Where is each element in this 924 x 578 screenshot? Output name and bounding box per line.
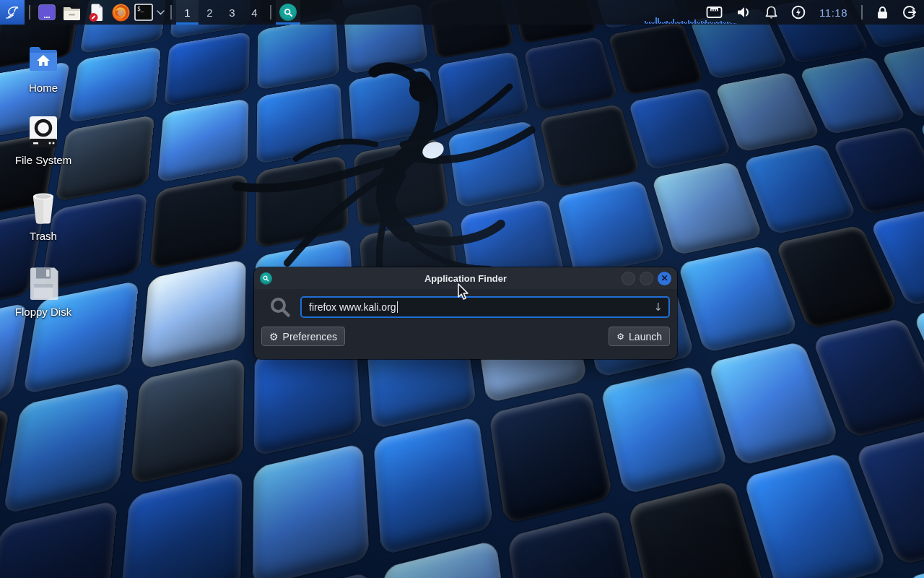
workspace-button-1[interactable]: 1 [176, 0, 199, 25]
workspace-button-3[interactable]: 3 [221, 0, 243, 25]
file-manager-icon [62, 3, 82, 22]
application-finder-icon [279, 4, 297, 21]
desktop-icon-label: Trash [9, 230, 78, 242]
workspace-label: 2 [206, 7, 212, 19]
terminal-icon: $_ [134, 4, 153, 21]
dashboard-launcher[interactable] [35, 0, 59, 25]
preferences-button[interactable]: ⚙ Preferences [261, 327, 345, 346]
panel-separator [270, 5, 271, 20]
panel-separator [861, 5, 863, 20]
close-button[interactable]: ✕ [658, 272, 671, 285]
workspace-label: 4 [251, 7, 257, 19]
preferences-button-label: Preferences [283, 331, 337, 342]
desktop-icon-home[interactable]: Home [9, 42, 78, 94]
workspace-button-2[interactable]: 2 [199, 0, 221, 25]
terminal-launcher[interactable]: $_ [133, 0, 154, 25]
power-manager-icon[interactable] [791, 0, 806, 25]
dashboard-icon [38, 3, 56, 22]
top-panel: $_ 1 2 3 4 [0, 0, 924, 25]
home-folder-icon [26, 42, 61, 77]
text-caret [397, 301, 398, 313]
hard-drive-icon [26, 114, 61, 149]
launch-gear-icon: ⚙ [616, 332, 624, 342]
applications-menu-button[interactable] [0, 0, 25, 25]
panel-separator [29, 5, 30, 20]
search-icon [269, 296, 291, 318]
chevron-down-icon[interactable] [154, 0, 166, 25]
file-manager-launcher[interactable] [59, 0, 84, 25]
workspace-label: 1 [184, 7, 190, 19]
desktop-icon-floppy-disk[interactable]: Floppy Disk [9, 266, 78, 318]
svg-text:$_: $_ [137, 6, 144, 12]
workspace-button-4[interactable]: 4 [243, 0, 266, 25]
window-title: Application Finder [254, 273, 677, 284]
panel-separator [170, 5, 172, 20]
workspace-label: 3 [229, 7, 235, 19]
taskbar-application-finder[interactable] [276, 0, 300, 25]
application-finder-window: Application Finder ✕ firefox www.kali.or… [254, 267, 677, 359]
floppy-disk-icon [26, 266, 61, 301]
kali-menu-icon [4, 4, 21, 21]
text-editor-icon [87, 3, 105, 22]
logout-icon[interactable] [902, 0, 917, 25]
net-graph [645, 16, 736, 24]
gear-icon: ⚙ [269, 331, 279, 342]
maximize-button[interactable] [640, 272, 653, 285]
desktop-icon-file-system[interactable]: File System [9, 114, 78, 166]
kali-dragon-logo [195, 58, 614, 282]
trash-icon [26, 190, 61, 225]
text-editor-launcher[interactable] [84, 0, 108, 25]
volume-icon[interactable] [736, 0, 751, 25]
firefox-launcher[interactable] [108, 0, 133, 25]
firefox-icon [111, 3, 131, 22]
mouse-cursor [457, 283, 471, 301]
launch-button-label: Launch [629, 331, 662, 342]
search-input-value: firefox www.kali.org [309, 301, 396, 313]
desktop-icon-label: Floppy Disk [9, 306, 78, 318]
minimize-button[interactable] [622, 272, 635, 285]
desktop-icon-trash[interactable]: Trash [9, 190, 78, 242]
desktop-icon-label: Home [9, 82, 78, 94]
desktop-icon-label: File System [9, 154, 78, 166]
notifications-bell-icon[interactable] [765, 0, 777, 25]
search-input[interactable]: firefox www.kali.org ↓ [300, 296, 670, 318]
clock[interactable]: 11:18 [819, 7, 847, 19]
lock-screen-icon[interactable] [876, 0, 889, 25]
launch-button[interactable]: ⚙ Launch [609, 327, 670, 346]
dropdown-arrow-icon[interactable]: ↓ [653, 301, 663, 314]
